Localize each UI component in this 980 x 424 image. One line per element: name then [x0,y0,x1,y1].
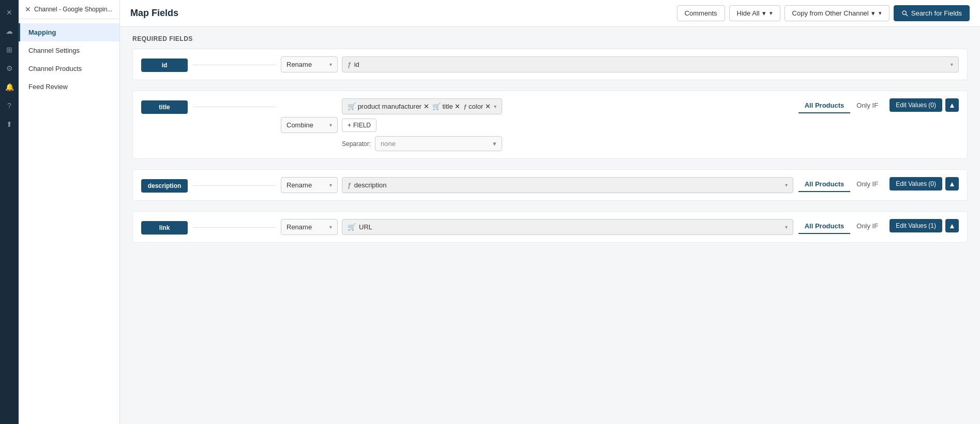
separator-row: Separator: none ▾ [342,136,502,151]
sidebar-nav: Mapping Channel Settings Channel Product… [19,19,119,100]
field-row-id: id Rename ▾ ƒ id ▾ [132,49,968,80]
tabs-title: All Products Only IF [798,98,884,113]
edit-values-description-button[interactable]: Edit Values (0) [889,177,942,191]
field-line-id [193,65,276,65]
field-controls-id: Rename ▾ ƒ id ▾ [281,56,959,72]
tab-only-if-description[interactable]: Only IF [850,177,884,192]
tab-all-products-title[interactable]: All Products [798,98,851,113]
copy-from-other-channel-button[interactable]: Copy from Other Channel ▾ [785,5,889,21]
chevron-down-icon-tags: ▾ [494,104,496,109]
field-controls-row-title: Combine ▾ 🛒 product manufacturer ✕ 🛒 [281,98,793,151]
tab-only-if-title[interactable]: Only IF [850,98,884,113]
edit-values-link-button[interactable]: Edit Values (1) [889,219,942,232]
cart-icon-link: 🛒 [348,223,356,231]
field-value-id[interactable]: ƒ id ▾ [342,56,959,72]
collapse-description-button[interactable]: ▲ [945,177,959,191]
icon-bar: ✕ ☁ ⊞ ⚙ 🔔 ? ⬆ [0,0,19,424]
search-icon [901,10,909,17]
mapping-select-link[interactable]: Rename ▾ [281,219,338,235]
function-icon-description: ƒ [348,182,351,189]
field-badge-description: description [141,179,188,193]
field-badge-link: link [141,221,188,235]
mapping-select-description[interactable]: Rename ▾ [281,177,338,193]
sidebar-channel-title: Channel - Google Shoppin... [34,6,112,13]
tab-only-if-link[interactable]: Only IF [850,219,884,234]
gear-icon[interactable]: ⚙ [1,60,18,77]
remove-manufacturer-icon[interactable]: ✕ [424,103,429,110]
tab-all-products-description[interactable]: All Products [798,177,851,192]
field-value-link[interactable]: 🛒 URL ▾ [342,219,793,235]
field-line-link [193,227,276,228]
sidebar-item-feed-review[interactable]: Feed Review [19,78,119,96]
field-controls-row-description: Rename ▾ ƒ description ▾ [281,177,793,193]
separator-label: Separator: [342,140,371,148]
help-icon[interactable]: ? [1,97,18,114]
cart-icon-title: 🛒 [432,103,441,110]
svg-line-1 [906,14,908,16]
chevron-down-icon-value-id: ▾ [951,62,953,67]
cart-icon-manufacturer: 🛒 [348,103,356,110]
add-field-button[interactable]: + FIELD [342,119,376,132]
chevron-down-icon-rename-desc: ▾ [329,182,332,188]
field-line-description [193,185,276,186]
field-controls-link: Rename ▾ 🛒 URL ▾ [281,219,793,235]
separator-select[interactable]: none ▾ [375,136,502,151]
tabs-description: All Products Only IF [798,177,884,192]
tab-all-products-link[interactable]: All Products [798,219,851,234]
field-value-description[interactable]: ƒ description ▾ [342,177,793,193]
field-row-description: description Rename ▾ ƒ description ▾ All… [132,169,968,201]
section-label: Required Fields [132,35,968,42]
sidebar-header: ✕ Channel - Google Shoppin... [19,0,119,19]
right-actions-link: Edit Values (1) ▲ [889,219,959,232]
field-controls-row-id: Rename ▾ ƒ id ▾ [281,56,959,72]
comments-button[interactable]: Comments [677,5,725,21]
mapping-select-id[interactable]: Rename ▾ [281,56,338,72]
chevron-down-icon-copy: ▾ [871,9,875,17]
field-row-title: title Combine ▾ 🛒 product manufacturer ✕ [132,91,968,159]
sidebar-close-icon[interactable]: ✕ [25,5,31,13]
content-area: Required Fields id Rename ▾ ƒ id ▾ [120,27,980,424]
right-actions-title: Edit Values (0) ▲ [889,98,959,112]
field-row-link: link Rename ▾ 🛒 URL ▾ All Products [132,211,968,243]
collapse-link-button[interactable]: ▲ [945,219,959,232]
grid-icon[interactable]: ⊞ [1,41,18,58]
search-for-fields-button[interactable]: Search for Fields [894,5,970,21]
chevron-down-icon-value-link: ▾ [785,224,788,230]
mapping-select-title[interactable]: Combine ▾ [281,117,338,133]
sidebar-item-mapping[interactable]: Mapping [19,23,119,41]
main: Map Fields Comments Hide All ▾ Copy from… [120,0,980,424]
field-controls-description: Rename ▾ ƒ description ▾ [281,177,793,193]
close-icon[interactable]: ✕ [1,4,18,21]
chevron-down-icon-combine: ▾ [329,122,332,128]
field-badge-title: title [141,100,188,114]
combine-tags-box: 🛒 product manufacturer ✕ 🛒 title ✕ ƒ [342,98,502,114]
edit-values-title-button[interactable]: Edit Values (0) [889,98,942,112]
sidebar-item-channel-settings[interactable]: Channel Settings [19,41,119,60]
field-controls-title: Combine ▾ 🛒 product manufacturer ✕ 🛒 [281,98,793,151]
sidebar: ✕ Channel - Google Shoppin... Mapping Ch… [19,0,120,424]
tag-title[interactable]: 🛒 title ✕ [432,103,460,110]
chevron-down-icon-rename-link: ▾ [329,224,332,230]
remove-color-icon[interactable]: ✕ [485,103,491,110]
remove-title-icon[interactable]: ✕ [455,103,460,110]
cloud-icon[interactable]: ☁ [1,23,18,39]
hide-all-button[interactable]: Hide All ▾ [729,5,780,21]
tag-product-manufacturer[interactable]: 🛒 product manufacturer ✕ [348,103,429,110]
bell-icon[interactable]: 🔔 [1,79,18,95]
combine-section-title: 🛒 product manufacturer ✕ 🛒 title ✕ ƒ [342,98,502,151]
chevron-down-icon: ▾ [762,9,766,17]
upload-icon[interactable]: ⬆ [1,116,18,133]
header-actions: Comments Hide All ▾ Copy from Other Chan… [677,5,970,21]
function-icon-color: ƒ [463,104,466,110]
function-icon-id: ƒ [348,61,351,68]
field-controls-row-link: Rename ▾ 🛒 URL ▾ [281,219,793,235]
collapse-title-button[interactable]: ▲ [945,98,959,112]
main-header: Map Fields Comments Hide All ▾ Copy from… [120,0,980,27]
tag-color[interactable]: ƒ color ✕ [463,103,491,110]
sidebar-item-channel-products[interactable]: Channel Products [19,60,119,78]
chevron-down-icon-value-desc: ▾ [785,182,788,188]
field-badge-id: id [141,59,188,72]
chevron-down-icon-rename-id: ▾ [329,62,332,67]
plus-icon: + [348,122,351,129]
chevron-down-icon-separator: ▾ [493,140,496,148]
